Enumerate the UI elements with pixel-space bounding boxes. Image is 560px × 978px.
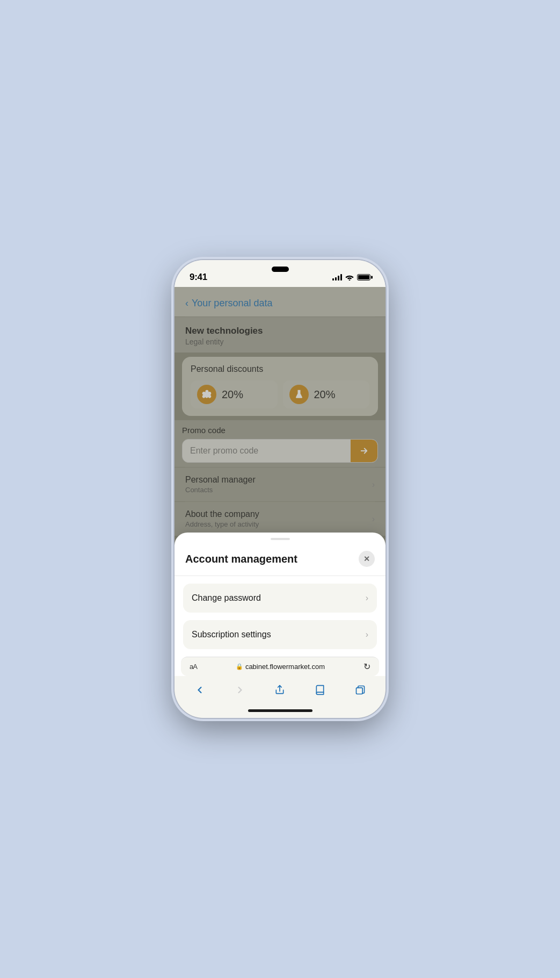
back-nav-icon	[194, 685, 205, 695]
phone-frame: 9:41 ‹ Y	[174, 260, 386, 718]
promo-submit-button[interactable]	[351, 440, 377, 462]
personal-manager-chevron: ›	[372, 480, 375, 490]
status-bar: 9:41	[174, 260, 386, 287]
change-password-label: Change password	[192, 593, 261, 603]
browser-tabs-button[interactable]	[348, 681, 372, 699]
discount-icon-1	[197, 385, 216, 404]
browser-aa-button[interactable]: aA	[190, 663, 197, 671]
about-company-chevron: ›	[372, 514, 375, 524]
tabs-icon	[355, 685, 366, 695]
sheet-close-button[interactable]: ✕	[359, 551, 375, 567]
change-password-chevron: ›	[366, 593, 368, 603]
back-chevron-icon: ‹	[185, 298, 188, 309]
browser-bar: aA 🔒 cabinet.flowermarket.com ↻	[181, 657, 379, 676]
discount-value-2: 20%	[314, 389, 336, 401]
battery-icon	[357, 274, 370, 281]
personal-manager-item[interactable]: Personal manager Contacts ›	[174, 468, 386, 501]
home-bar	[248, 709, 312, 712]
main-content: ‹ Your personal data New technologies Le…	[174, 287, 386, 718]
discount-item-2: 20%	[283, 380, 370, 408]
browser-refresh-button[interactable]: ↻	[363, 661, 370, 672]
svg-point-2	[299, 395, 301, 397]
about-company-title: About the company	[185, 509, 259, 519]
dynamic-island	[272, 267, 289, 272]
subscription-settings-label: Subscription settings	[192, 630, 271, 639]
about-company-subtitle: Address, type of activity	[185, 520, 259, 528]
browser-url-row: 🔒 cabinet.flowermarket.com	[236, 663, 325, 671]
bottom-sheet: Account management ✕ Change password › S…	[174, 533, 386, 718]
svg-point-0	[349, 279, 351, 281]
personal-manager-title: Personal manager	[185, 475, 256, 485]
browser-share-button[interactable]	[268, 681, 292, 699]
browser-nav	[174, 676, 386, 703]
phone-inner: 9:41 ‹ Y	[174, 260, 386, 718]
arrow-right-icon	[359, 446, 369, 456]
browser-back-button[interactable]	[188, 681, 212, 699]
promo-section: Promo code	[174, 420, 386, 467]
discounts-title: Personal discounts	[191, 364, 369, 374]
discounts-row: 20% 20%	[191, 380, 369, 408]
about-company-item[interactable]: About the company Address, type of activ…	[174, 502, 386, 536]
discount-item-1: 20%	[191, 380, 278, 408]
lock-icon: 🔒	[236, 663, 243, 670]
personal-manager-subtitle: Contacts	[185, 486, 256, 494]
wifi-icon	[345, 274, 354, 281]
discount-value-1: 20%	[222, 389, 243, 401]
promo-label: Promo code	[182, 426, 378, 435]
change-password-item[interactable]: Change password ›	[183, 584, 377, 613]
sheet-title: Account management	[185, 553, 297, 565]
promo-input[interactable]	[183, 440, 351, 462]
company-type: Legal entity	[185, 337, 375, 346]
discounts-card: Personal discounts 20%	[182, 357, 378, 416]
subscription-settings-chevron: ›	[366, 630, 368, 639]
signal-icon	[332, 274, 342, 281]
back-nav-label: Your personal data	[192, 298, 272, 309]
svg-point-3	[298, 396, 299, 397]
home-indicator	[174, 703, 386, 718]
company-name: New technologies	[185, 326, 375, 336]
book-icon	[315, 685, 325, 695]
company-section: New technologies Legal entity	[174, 317, 386, 353]
share-icon	[274, 685, 285, 695]
discount-icon-2	[289, 385, 309, 404]
forward-nav-icon	[235, 685, 245, 695]
promo-input-row	[182, 439, 378, 463]
flower-icon	[201, 389, 212, 400]
back-nav[interactable]: ‹ Your personal data	[174, 287, 386, 317]
status-time: 9:41	[190, 272, 207, 283]
flask-icon	[294, 389, 304, 400]
status-icons	[332, 274, 370, 281]
subscription-settings-item[interactable]: Subscription settings ›	[183, 620, 377, 649]
svg-rect-5	[356, 688, 362, 694]
sheet-header: Account management ✕	[174, 540, 386, 576]
sheet-divider	[174, 576, 386, 576]
svg-point-1	[206, 393, 208, 396]
browser-bookmarks-button[interactable]	[308, 681, 332, 699]
browser-forward-button[interactable]	[228, 681, 252, 699]
browser-url-text: cabinet.flowermarket.com	[245, 663, 325, 671]
